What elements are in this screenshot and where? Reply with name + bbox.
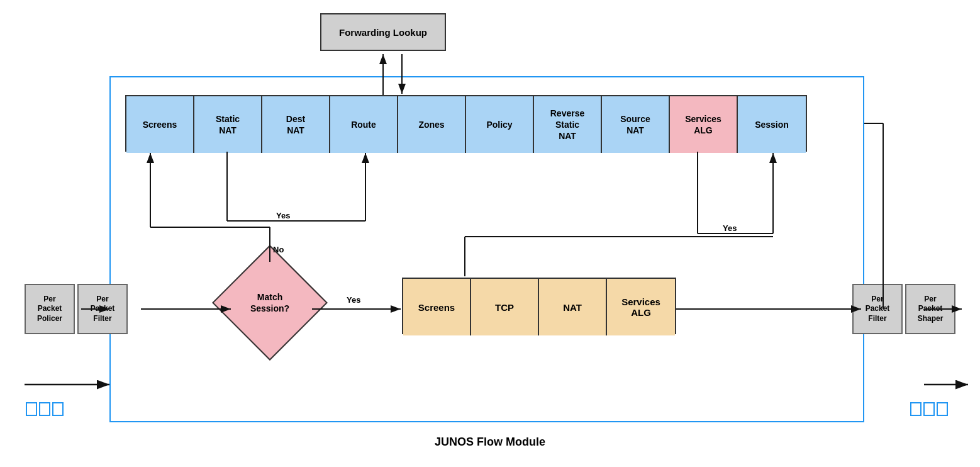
top-box-8: ServicesALG: [670, 96, 738, 153]
left-gray-box-0: PerPacketPolicer: [25, 284, 75, 334]
diamond-label: MatchSession?: [229, 262, 311, 344]
left-gray-box-1: PerPacketFilter: [77, 284, 128, 334]
flow-module-title: JUNOS Flow Module: [435, 436, 545, 448]
right-gray-box-0: PerPacketFilter: [852, 284, 903, 334]
left-packet-icon: [26, 402, 64, 416]
top-box-1: StaticNAT: [194, 96, 262, 153]
top-box-9: Session: [738, 96, 806, 153]
packet-rect-1: [26, 402, 37, 416]
top-box-5: Policy: [466, 96, 534, 153]
forwarding-lookup-label: Forwarding Lookup: [339, 27, 427, 38]
top-box-6: ReverseStaticNAT: [534, 96, 602, 153]
right-gray-box-1: PerPacketShaper: [905, 284, 955, 334]
top-box-4: Zones: [398, 96, 466, 153]
packet-rect-6: [937, 402, 948, 416]
top-box-3: Route: [330, 96, 398, 153]
left-gray-boxes: PerPacketPolicerPerPacketFilter: [25, 284, 128, 334]
top-processing-row: ScreensStaticNATDestNATRouteZonesPolicyR…: [125, 95, 807, 152]
mid-box-0: Screens: [403, 279, 471, 335]
diagram-container: Forwarding Lookup ScreensStaticNATDestNA…: [12, 7, 968, 460]
mid-box-3: ServicesALG: [607, 279, 675, 335]
match-session-diamond: MatchSession?: [229, 262, 311, 344]
packet-rect-2: [39, 402, 50, 416]
top-box-2: DestNAT: [262, 96, 330, 153]
top-box-0: Screens: [126, 96, 194, 153]
mid-box-2: NAT: [539, 279, 607, 335]
packet-rect-5: [923, 402, 935, 416]
mid-box-1: TCP: [471, 279, 539, 335]
forwarding-lookup-box: Forwarding Lookup: [320, 13, 446, 51]
right-packet-icon: [910, 402, 948, 416]
top-box-7: SourceNAT: [602, 96, 670, 153]
right-gray-boxes: PerPacketFilterPerPacketShaper: [852, 284, 955, 334]
mid-processing-row: ScreensTCPNATServicesALG: [402, 278, 676, 334]
footer-label: JUNOS Flow Module: [12, 436, 968, 449]
packet-rect-4: [910, 402, 922, 416]
packet-rect-3: [52, 402, 64, 416]
